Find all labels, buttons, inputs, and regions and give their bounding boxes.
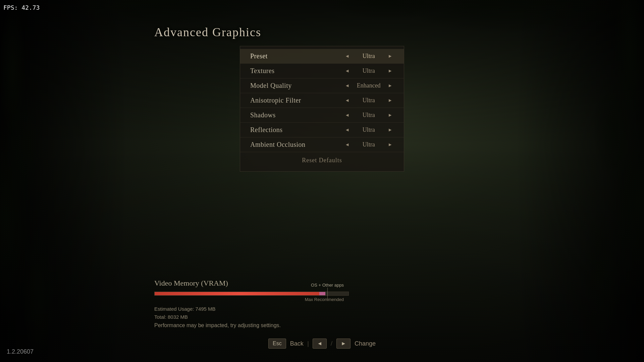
reset-defaults-row[interactable]: Reset Defaults [240,152,404,169]
ambient-occlusion-value: Ultra [354,141,384,148]
setting-row-shadows[interactable]: Shadows ◄ Ultra ► [240,108,404,122]
vram-max-label: Max Recommended [305,297,344,302]
setting-row-textures[interactable]: Textures ◄ Ultra ► [240,64,404,78]
setting-control-anisotropic: ◄ Ultra ► [343,97,394,104]
textures-arrow-left[interactable]: ◄ [343,68,351,74]
setting-label-model-quality: Model Quality [250,82,292,89]
anisotropic-arrow-right[interactable]: ► [386,97,394,104]
setting-label-reflections: Reflections [250,126,283,134]
setting-row-reflections[interactable]: Reflections ◄ Ultra ► [240,123,404,137]
anisotropic-arrow-left[interactable]: ◄ [343,97,351,104]
right-key[interactable]: ► [336,339,351,349]
esc-key[interactable]: Esc [268,339,286,349]
preset-value: Ultra [354,53,384,60]
ambient-occlusion-arrow-left[interactable]: ◄ [343,141,351,148]
setting-label-anisotropic: Anisotropic Filter [250,97,301,104]
shadows-arrow-left[interactable]: ◄ [343,112,351,119]
setting-row-preset[interactable]: Preset ◄ Ultra ► [240,49,404,63]
reflections-arrow-left[interactable]: ◄ [343,127,351,133]
slash-separator: / [331,340,332,347]
setting-control-preset: ◄ Ultra ► [343,53,394,60]
separator-1: | [308,340,309,347]
version-label: 1.2.20607 [7,348,34,355]
setting-control-reflections: ◄ Ultra ► [343,126,394,133]
vram-estimated: Estimated Usage: 7495 MB [154,305,362,313]
vram-section: Video Memory (VRAM) OS + Other apps Max … [154,279,362,328]
preset-arrow-left[interactable]: ◄ [343,53,351,60]
reflections-value: Ultra [354,126,384,133]
setting-label-textures: Textures [250,67,275,75]
vram-info: Estimated Usage: 7495 MB Total: 8032 MB [154,305,362,321]
vram-bar-fill [155,292,325,295]
setting-row-anisotropic[interactable]: Anisotropic Filter ◄ Ultra ► [240,93,404,108]
setting-control-textures: ◄ Ultra ► [343,67,394,74]
setting-control-shadows: ◄ Ultra ► [343,112,394,119]
fps-counter: FPS: 42.73 [3,4,40,11]
reset-defaults-label: Reset Defaults [302,157,342,164]
textures-arrow-right[interactable]: ► [386,68,394,74]
reflections-arrow-right[interactable]: ► [386,127,394,133]
anisotropic-value: Ultra [354,97,384,104]
vram-os-label: OS + Other apps [311,283,344,288]
setting-row-model-quality[interactable]: Model Quality ◄ Enhanced ► [240,78,404,93]
shadows-value: Ultra [354,112,384,119]
vram-bar-container: OS + Other apps Max Recommended [154,292,349,296]
setting-label-ambient-occlusion: Ambient Occlusion [250,141,306,148]
left-key[interactable]: ◄ [313,339,327,349]
change-label: Change [355,340,376,347]
settings-panel: Preset ◄ Ultra ► Textures ◄ Ultra ► Mode… [240,46,404,172]
preset-arrow-right[interactable]: ► [386,53,394,60]
bottom-controls: Esc Back | ◄ / ► Change [268,339,376,349]
setting-row-ambient-occlusion[interactable]: Ambient Occlusion ◄ Ultra ► [240,137,404,152]
vram-total: Total: 8032 MB [154,313,362,321]
model-quality-arrow-right[interactable]: ► [386,82,394,89]
shadows-arrow-right[interactable]: ► [386,112,394,119]
page-title: Advanced Graphics [154,25,261,39]
model-quality-arrow-left[interactable]: ◄ [343,82,351,89]
setting-control-model-quality: ◄ Enhanced ► [343,82,394,89]
back-label: Back [290,340,304,347]
vram-warning: Performance may be impacted, try adjusti… [154,322,362,328]
model-quality-value: Enhanced [354,82,384,89]
setting-label-preset: Preset [250,52,268,60]
ambient-occlusion-arrow-right[interactable]: ► [386,141,394,148]
setting-control-ambient-occlusion: ◄ Ultra ► [343,141,394,148]
textures-value: Ultra [354,67,384,74]
setting-label-shadows: Shadows [250,111,276,119]
